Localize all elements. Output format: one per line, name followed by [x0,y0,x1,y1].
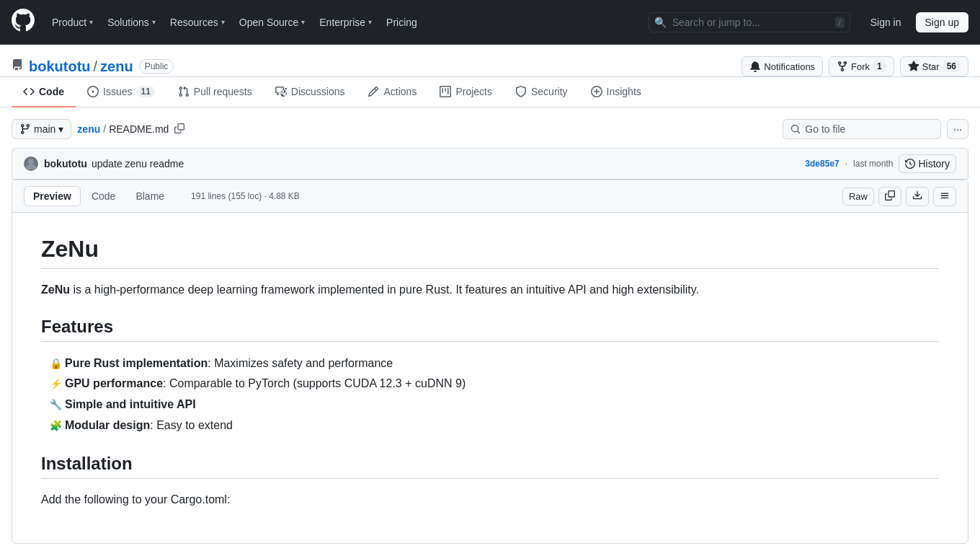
file-meta: 191 lines (155 loc) · 4.88 KB [191,191,300,201]
breadcrumb-repo-link[interactable]: zenu [77,123,100,135]
features-heading: Features [41,317,939,342]
nav-pricing[interactable]: Pricing [380,12,423,32]
chevron-down-icon: ▾ [368,18,372,26]
code-tab[interactable]: Code [82,186,125,206]
bullet-emoji: 🧩 [50,417,62,435]
nav-solutions[interactable]: Solutions ▾ [102,12,161,32]
readme-intro-bold: ZeNu [41,283,70,296]
search-input[interactable] [649,12,850,32]
more-options-button[interactable]: ··· [947,119,968,139]
go-to-file-label: Go to file [805,123,845,135]
file-toolbar: main ▾ zenu / README.md Go to file ··· [12,119,968,139]
repo-name-link[interactable]: zenu [100,58,133,75]
search-bar: 🔍 / [649,12,850,32]
list-item: ⚡ GPU performance: Comparable to PyTorch… [47,374,939,394]
avatar [24,157,38,171]
bullet-emoji: ⚡ [50,375,62,393]
nav-resources[interactable]: Resources ▾ [164,12,231,32]
tab-security-label: Security [531,86,568,97]
copy-path-button[interactable] [172,122,187,137]
breadcrumb: bokutotu / zenu [29,58,133,75]
tab-code[interactable]: Code [12,77,76,107]
tab-insights-label: Insights [607,86,641,97]
keyboard-shortcut: / [835,17,845,28]
repo-icon [12,59,23,74]
tab-actions[interactable]: Actions [356,77,428,107]
repo-header-actions: Notifications Fork 1 Star 56 [741,56,968,76]
tab-security[interactable]: Security [504,77,579,107]
nav-open-source[interactable]: Open Source ▾ [233,12,311,32]
file-area: main ▾ zenu / README.md Go to file ··· b… [0,107,980,551]
issues-count: 11 [136,86,154,97]
feature-text: GPU performance: Comparable to PyTorch (… [65,374,466,394]
sign-in-button[interactable]: Sign in [862,13,910,32]
branch-chevron-icon: ▾ [58,123,63,135]
tab-pull-requests[interactable]: Pull requests [166,77,264,107]
view-tabs: Preview Code Blame [24,186,174,206]
list-item: 🧩 Modular design: Easy to extend [47,415,939,436]
list-item: 🔧 Simple and intuitive API [47,394,939,415]
blame-tab[interactable]: Blame [126,186,174,206]
commit-meta: 3de85e7 · last month History [805,154,956,173]
readme-title: ZeNu [41,236,939,269]
commit-message: update zenu readme [92,158,184,169]
commit-hash[interactable]: 3de85e7 [805,159,839,169]
visibility-badge: Public [139,59,174,74]
feature-text: Modular design: Easy to extend [65,415,233,436]
breadcrumb-file: README.md [109,123,169,135]
tab-pr-label: Pull requests [194,86,252,97]
raw-button[interactable]: Raw [842,188,874,206]
file-view: Preview Code Blame 191 lines (155 loc) ·… [12,180,968,544]
fork-label: Fork [851,61,870,72]
notifications-button[interactable]: Notifications [741,56,823,76]
go-to-file-area: Go to file [783,119,941,139]
repo-header: bokutotu / zenu Public Notifications For… [0,45,980,77]
star-button[interactable]: Star 56 [900,56,968,76]
preview-tab[interactable]: Preview [24,186,81,206]
commit-bar: bokutotu update zenu readme 3de85e7 · la… [12,148,968,180]
copy-file-button[interactable] [878,187,901,206]
notifications-label: Notifications [764,61,815,72]
tab-projects[interactable]: Projects [428,77,504,107]
installation-text: Add the following to your Cargo.toml: [41,490,939,509]
nav-product[interactable]: Product ▾ [46,12,99,32]
star-count: 56 [943,61,961,72]
search-icon: 🔍 [654,17,667,28]
chevron-down-icon: ▾ [301,18,305,26]
file-breadcrumb: zenu / README.md [77,122,187,137]
tab-insights[interactable]: Insights [579,77,653,107]
repo-owner-link[interactable]: bokutotu [29,58,91,75]
feature-text: Simple and intuitive API [65,394,196,415]
github-logo[interactable] [12,9,35,36]
history-button[interactable]: History [899,154,956,173]
fork-button[interactable]: Fork 1 [829,56,894,76]
breadcrumb-sep: / [103,123,106,135]
tab-issues[interactable]: Issues 11 [76,77,166,107]
tab-discussions[interactable]: Discussions [264,77,357,107]
download-button[interactable] [906,187,929,206]
tab-projects-label: Projects [455,86,492,97]
header-actions: Sign in Sign up [862,12,968,32]
tab-actions-label: Actions [383,86,416,97]
tab-code-label: Code [39,86,64,97]
breadcrumb-separator: / [94,58,98,75]
star-label: Star [922,61,940,72]
lines-button[interactable] [933,187,956,206]
tab-discussions-label: Discussions [291,86,345,97]
branch-name: main [34,123,55,135]
readme-intro-rest: is a high-performance deep learning fram… [70,283,699,296]
tab-issues-label: Issues [103,86,132,97]
list-item: 🔒 Pure Rust implementation: Maximizes sa… [47,353,939,374]
chevron-down-icon: ▾ [152,18,156,26]
readme-content: ZeNu ZeNu is a high-performance deep lea… [12,213,968,543]
branch-selector[interactable]: main ▾ [12,119,71,139]
commit-author[interactable]: bokutotu [44,158,87,169]
sign-up-button[interactable]: Sign up [916,12,968,32]
fork-count: 1 [873,61,886,72]
go-to-file-button[interactable]: Go to file [783,119,941,139]
bullet-emoji: 🔧 [50,396,62,414]
history-label: History [918,158,950,169]
file-actions: Raw [842,187,956,206]
nav-enterprise[interactable]: Enterprise ▾ [313,12,378,32]
commit-time: last month [853,159,893,169]
